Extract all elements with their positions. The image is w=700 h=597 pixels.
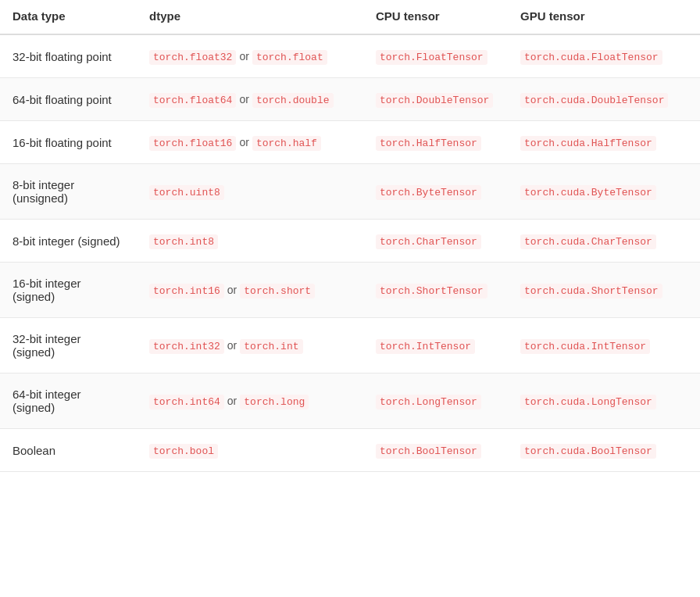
cell-data-type: 8-bit integer (signed) xyxy=(0,220,137,263)
cell-data-type: 64-bit floating point xyxy=(0,78,137,121)
dtype-code: torch.float32 xyxy=(149,50,236,65)
header-gpu-tensor: GPU tensor xyxy=(508,0,700,34)
cell-gpu-tensor: torch.cuda.HalfTensor xyxy=(508,121,700,164)
data-types-table: Data type dtype CPU tensor GPU tensor 32… xyxy=(0,0,700,472)
cell-dtype: torch.int32ortorch.int xyxy=(137,318,363,374)
cell-cpu-tensor: torch.CharTensor xyxy=(363,220,508,263)
gpu-tensor-code: torch.cuda.DoubleTensor xyxy=(520,93,668,108)
dtype-code: torch.int xyxy=(240,339,302,354)
cell-cpu-tensor: torch.FloatTensor xyxy=(363,34,508,78)
dtype-code: torch.int32 xyxy=(149,339,224,354)
cell-dtype: torch.float64ortorch.double xyxy=(137,78,363,121)
cell-gpu-tensor: torch.cuda.DoubleTensor xyxy=(508,78,700,121)
dtype-code: torch.double xyxy=(252,93,334,108)
cell-cpu-tensor: torch.ShortTensor xyxy=(363,263,508,318)
cell-dtype: torch.float32ortorch.float xyxy=(137,34,363,78)
dtype-code: torch.short xyxy=(240,284,315,298)
dtype-code: torch.uint8 xyxy=(149,185,224,200)
gpu-tensor-code: torch.cuda.LongTensor xyxy=(520,395,656,409)
cpu-tensor-code: torch.ShortTensor xyxy=(376,284,488,298)
cell-gpu-tensor: torch.cuda.BoolTensor xyxy=(508,429,700,472)
cpu-tensor-code: torch.CharTensor xyxy=(376,234,481,249)
cpu-tensor-code: torch.ByteTensor xyxy=(376,185,481,200)
cell-gpu-tensor: torch.cuda.ByteTensor xyxy=(508,164,700,220)
dtype-code: torch.float64 xyxy=(149,93,236,108)
cell-dtype: torch.int16ortorch.short xyxy=(137,263,363,318)
cell-data-type: 8-bit integer(unsigned) xyxy=(0,164,137,220)
or-separator: or xyxy=(239,93,248,105)
cell-cpu-tensor: torch.HalfTensor xyxy=(363,121,508,164)
cell-gpu-tensor: torch.cuda.IntTensor xyxy=(508,318,700,374)
dtype-code: torch.int8 xyxy=(149,234,218,249)
header-data-type: Data type xyxy=(0,0,137,34)
cell-cpu-tensor: torch.IntTensor xyxy=(363,318,508,374)
cell-dtype: torch.float16ortorch.half xyxy=(137,121,363,164)
cell-cpu-tensor: torch.ByteTensor xyxy=(363,164,508,220)
table-row: Booleantorch.booltorch.BoolTensortorch.c… xyxy=(0,429,700,472)
cell-gpu-tensor: torch.cuda.ShortTensor xyxy=(508,263,700,318)
cpu-tensor-code: torch.LongTensor xyxy=(376,395,481,409)
gpu-tensor-code: torch.cuda.ShortTensor xyxy=(520,284,662,298)
cpu-tensor-code: torch.HalfTensor xyxy=(376,136,481,151)
cpu-tensor-code: torch.DoubleTensor xyxy=(376,93,493,108)
table-row: 8-bit integer (signed)torch.int8torch.Ch… xyxy=(0,220,700,263)
table-row: 16-bit integer(signed)torch.int16ortorch… xyxy=(0,263,700,318)
cpu-tensor-code: torch.IntTensor xyxy=(376,339,475,354)
gpu-tensor-code: torch.cuda.BoolTensor xyxy=(520,444,656,459)
cell-gpu-tensor: torch.cuda.CharTensor xyxy=(508,220,700,263)
gpu-tensor-code: torch.cuda.FloatTensor xyxy=(520,50,662,65)
or-separator: or xyxy=(239,50,248,63)
cpu-tensor-code: torch.BoolTensor xyxy=(376,444,481,459)
cell-dtype: torch.int8 xyxy=(137,220,363,263)
header-dtype: dtype xyxy=(137,0,363,34)
table-row: 64-bit floating pointtorch.float64ortorc… xyxy=(0,78,700,121)
or-separator: or xyxy=(227,395,237,407)
cell-data-type: 64-bit integer(signed) xyxy=(0,374,137,429)
cell-dtype: torch.int64ortorch.long xyxy=(137,374,363,429)
cell-cpu-tensor: torch.LongTensor xyxy=(363,374,508,429)
cell-cpu-tensor: torch.DoubleTensor xyxy=(363,78,508,121)
cell-data-type: 16-bit floating point xyxy=(0,121,137,164)
cell-gpu-tensor: torch.cuda.FloatTensor xyxy=(508,34,700,78)
cell-data-type: 16-bit integer(signed) xyxy=(0,263,137,318)
dtype-code: torch.half xyxy=(252,136,321,151)
cell-dtype: torch.bool xyxy=(137,429,363,472)
dtype-code: torch.long xyxy=(240,395,309,409)
cell-cpu-tensor: torch.BoolTensor xyxy=(363,429,508,472)
table-row: 32-bit integer(signed)torch.int32ortorch… xyxy=(0,318,700,374)
header-cpu-tensor: CPU tensor xyxy=(363,0,508,34)
gpu-tensor-code: torch.cuda.IntTensor xyxy=(520,339,650,354)
or-separator: or xyxy=(227,284,237,296)
gpu-tensor-code: torch.cuda.ByteTensor xyxy=(520,185,656,200)
table-row: 32-bit floating pointtorch.float32ortorc… xyxy=(0,34,700,78)
cell-data-type: 32-bit integer(signed) xyxy=(0,318,137,374)
gpu-tensor-code: torch.cuda.CharTensor xyxy=(520,234,656,249)
dtype-code: torch.bool xyxy=(149,444,218,459)
cpu-tensor-code: torch.FloatTensor xyxy=(376,50,488,65)
table-row: 64-bit integer(signed)torch.int64ortorch… xyxy=(0,374,700,429)
or-separator: or xyxy=(227,339,237,352)
dtype-code: torch.float16 xyxy=(149,136,236,151)
or-separator: or xyxy=(239,136,248,148)
table-header-row: Data type dtype CPU tensor GPU tensor xyxy=(0,0,700,34)
cell-gpu-tensor: torch.cuda.LongTensor xyxy=(508,374,700,429)
table-row: 8-bit integer(unsigned)torch.uint8torch.… xyxy=(0,164,700,220)
cell-data-type: 32-bit floating point xyxy=(0,34,137,78)
dtype-code: torch.int64 xyxy=(149,395,224,409)
gpu-tensor-code: torch.cuda.HalfTensor xyxy=(520,136,656,151)
cell-dtype: torch.uint8 xyxy=(137,164,363,220)
dtype-code: torch.int16 xyxy=(149,284,224,298)
dtype-code: torch.float xyxy=(252,50,327,65)
cell-data-type: Boolean xyxy=(0,429,137,472)
table-row: 16-bit floating pointtorch.float16ortorc… xyxy=(0,121,700,164)
